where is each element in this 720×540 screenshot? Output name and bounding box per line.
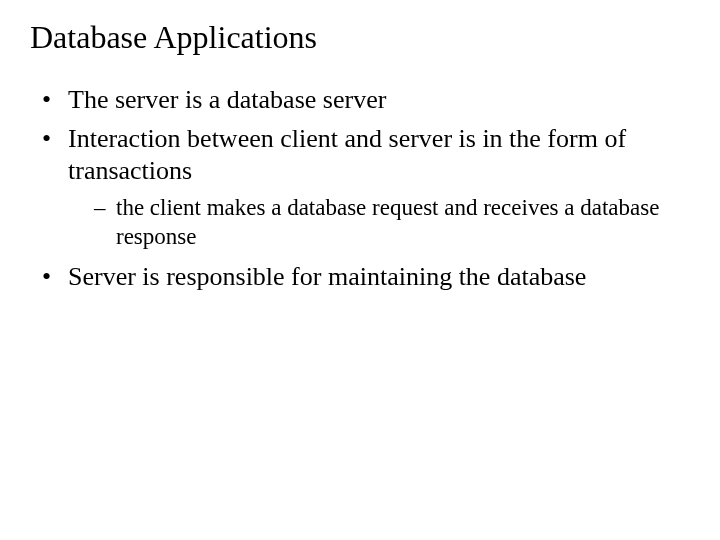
bullet-text: The server is a database server xyxy=(68,85,386,114)
bullet-text: Interaction between client and server is… xyxy=(68,124,626,186)
sub-bullet-item: the client makes a database request and … xyxy=(94,194,690,252)
sub-bullet-list: the client makes a database request and … xyxy=(68,194,690,252)
bullet-text: Server is responsible for maintaining th… xyxy=(68,262,586,291)
bullet-item: Server is responsible for maintaining th… xyxy=(42,261,690,294)
slide: Database Applications The server is a da… xyxy=(0,0,720,294)
slide-title: Database Applications xyxy=(30,18,690,56)
bullet-item: Interaction between client and server is… xyxy=(42,123,690,252)
bullet-list: The server is a database server Interact… xyxy=(30,84,690,294)
bullet-item: The server is a database server xyxy=(42,84,690,117)
sub-bullet-text: the client makes a database request and … xyxy=(116,195,659,249)
